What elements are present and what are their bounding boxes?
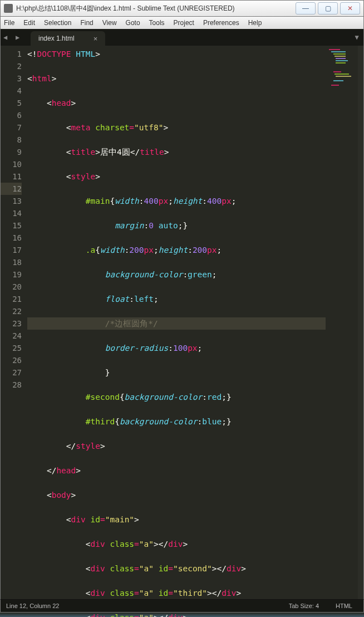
tab-close-icon[interactable]: × [94, 35, 98, 43]
tab-bar: ◀ ▶ index 1.html × ▼ [0, 29, 364, 46]
editor: 1234567891011121314151617181920212223242… [0, 46, 364, 599]
window-titlebar: H:\php\总结\1108\居中4圆\index 1.html - Subli… [0, 0, 364, 17]
tab-label: index 1.html [38, 35, 75, 42]
vertical-scrollbar[interactable] [358, 46, 363, 599]
menu-edit[interactable]: Edit [23, 19, 35, 27]
menu-goto[interactable]: Goto [126, 19, 140, 27]
nav-forward-icon[interactable]: ▶ [16, 33, 23, 41]
menu-selection[interactable]: Selection [44, 19, 71, 27]
minimize-button[interactable]: — [296, 2, 316, 14]
menu-bar: File Edit Selection Find View Goto Tools… [0, 17, 364, 29]
menu-file[interactable]: File [4, 19, 14, 27]
window-title: H:\php\总结\1108\居中4圆\index 1.html - Subli… [16, 4, 293, 13]
menu-help[interactable]: Help [248, 19, 262, 27]
syntax-indicator[interactable]: HTML [330, 603, 358, 609]
app-icon [4, 4, 13, 13]
code-area[interactable]: <!DOCTYPE HTML> <html> <head> <meta char… [27, 46, 326, 599]
maximize-button[interactable]: ▢ [318, 2, 338, 14]
menu-project[interactable]: Project [174, 19, 194, 27]
close-button[interactable]: ✕ [340, 2, 360, 14]
menu-tools[interactable]: Tools [149, 19, 165, 27]
tab-index-1-html[interactable]: index 1.html × [31, 31, 105, 46]
menu-preferences[interactable]: Preferences [203, 19, 239, 27]
minimap[interactable] [326, 46, 358, 599]
nav-back-icon[interactable]: ◀ [3, 33, 11, 41]
line-number-gutter[interactable]: 1234567891011121314151617181920212223242… [1, 46, 27, 599]
menu-find[interactable]: Find [80, 19, 93, 27]
menu-view[interactable]: View [102, 19, 117, 27]
tab-dropdown-icon[interactable]: ▼ [353, 33, 361, 41]
